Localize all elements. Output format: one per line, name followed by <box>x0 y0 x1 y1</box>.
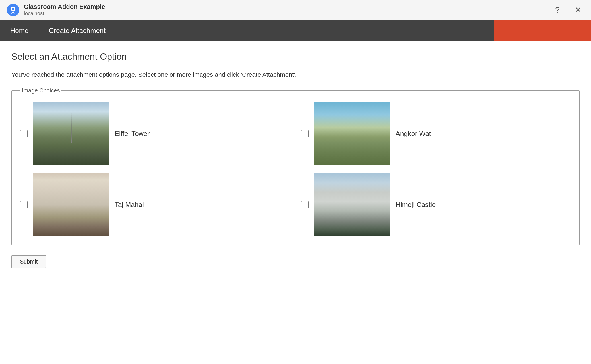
checkbox-angkor[interactable] <box>301 130 309 137</box>
image-grid: Eiffel Tower Angkor Wat Taj Mahal Himeji… <box>20 102 571 236</box>
page-title: Select an Attachment Option <box>11 51 580 62</box>
browser-chrome: Classroom Addon Example localhost ? ✕ <box>0 0 591 20</box>
browser-left: Classroom Addon Example localhost <box>7 3 105 16</box>
nav-accent <box>494 20 591 41</box>
image-taj <box>33 173 109 236</box>
label-himeji[interactable]: Himeji Castle <box>396 201 436 209</box>
image-item-taj: Taj Mahal <box>20 173 290 236</box>
image-item-himeji: Himeji Castle <box>301 173 571 236</box>
browser-title-block: Classroom Addon Example localhost <box>24 3 105 16</box>
browser-title: Classroom Addon Example <box>24 3 105 11</box>
image-choices-fieldset: Image Choices Eiffel Tower Angkor Wat Ta… <box>11 87 580 245</box>
help-button[interactable]: ? <box>551 4 564 16</box>
close-button[interactable]: ✕ <box>572 4 584 16</box>
label-taj[interactable]: Taj Mahal <box>115 201 144 209</box>
image-choices-legend: Image Choices <box>20 87 61 94</box>
app-icon <box>7 4 19 16</box>
label-eiffel[interactable]: Eiffel Tower <box>115 130 150 138</box>
main-content: Select an Attachment Option You've reach… <box>0 41 591 290</box>
browser-url: localhost <box>24 11 105 16</box>
checkbox-taj[interactable] <box>20 201 28 208</box>
nav-spacer <box>116 20 494 41</box>
svg-point-2 <box>12 8 14 10</box>
bottom-divider <box>11 280 580 280</box>
image-himeji <box>314 173 390 236</box>
nav-bar: Home Create Attachment <box>0 20 591 41</box>
image-eiffel <box>33 102 109 165</box>
checkbox-eiffel[interactable] <box>20 130 28 137</box>
nav-create-attachment[interactable]: Create Attachment <box>39 20 116 41</box>
page-description: You've reached the attachment options pa… <box>11 70 580 79</box>
browser-right: ? ✕ <box>551 4 584 16</box>
image-item-eiffel: Eiffel Tower <box>20 102 290 165</box>
submit-button[interactable]: Submit <box>11 255 46 268</box>
label-angkor[interactable]: Angkor Wat <box>396 130 431 138</box>
image-item-angkor: Angkor Wat <box>301 102 571 165</box>
nav-home[interactable]: Home <box>0 20 39 41</box>
image-angkor <box>314 102 390 165</box>
checkbox-himeji[interactable] <box>301 201 309 208</box>
